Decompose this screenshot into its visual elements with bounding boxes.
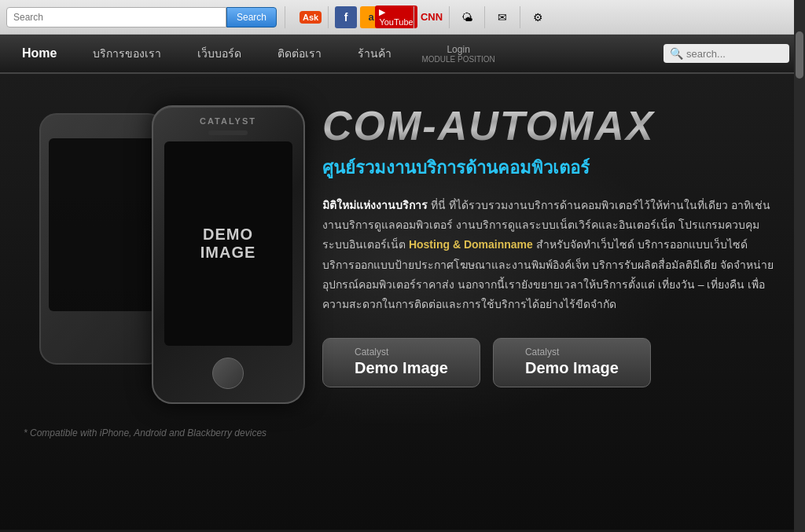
- nav-search-input[interactable]: [686, 48, 788, 60]
- nav-search: 🔍: [663, 44, 789, 63]
- settings-icon[interactable]: ⚙: [527, 6, 549, 28]
- toolbar-divider-6: [520, 6, 520, 28]
- hero-subtitle: ศูนย์รวมงานบริการด้านคอมพิวเตอร์: [322, 154, 781, 182]
- phone-back: [39, 113, 165, 365]
- nav-bar: Home บริการของเรา เว็บบอร์ด ติดต่อเรา ร้…: [0, 35, 805, 74]
- login-label: Login: [421, 44, 494, 55]
- browser-search-input[interactable]: [6, 7, 226, 28]
- brand-title: COM-AUTOMAX: [322, 105, 781, 146]
- phone-top-label: CATALYST: [153, 107, 303, 130]
- nav-items: Home บริการของเรา เว็บบอร์ด ติดต่อเรา ร้…: [16, 40, 663, 67]
- toolbar-divider-5: [484, 6, 485, 28]
- cnn-icon[interactable]: CNN: [421, 6, 443, 28]
- demo-button-2[interactable]: Catalyst Demo Image: [493, 338, 651, 387]
- hosting-label: Hosting & Domainname: [409, 238, 533, 251]
- phone-bottom: [153, 346, 303, 389]
- phone-home-button: [212, 358, 244, 389]
- toolbar-divider-4: [449, 6, 450, 28]
- nav-item-services[interactable]: บริการของเรา: [86, 40, 167, 67]
- phone-demo-line1: DEMO: [203, 226, 253, 244]
- hero-body: มิติใหม่แห่งงานบริการ ที่นี่ ที่ได้รวบรว…: [322, 196, 781, 314]
- browser-toolbar: Search Ask f a ▶ YouTube CNN 🌤: [0, 0, 805, 35]
- browser-search-button[interactable]: Search: [226, 7, 277, 28]
- main-content: CATALYST DEMO IMAGE COM-AUTOMAX ศูนย์รวม…: [0, 74, 805, 530]
- scrollbar-thumb[interactable]: [796, 31, 803, 79]
- nav-item-shop[interactable]: ร้านค้า: [351, 40, 398, 67]
- content-wrapper: CATALYST DEMO IMAGE COM-AUTOMAX ศูนย์รวม…: [0, 74, 805, 420]
- toolbar-icons: Ask f a ▶ YouTube CNN 🌤 ✉: [300, 6, 549, 28]
- toolbar-divider-2: [328, 6, 329, 28]
- nav-search-icon: 🔍: [670, 47, 683, 60]
- device-section: CATALYST DEMO IMAGE: [24, 97, 307, 404]
- demo-buttons: Catalyst Demo Image Catalyst Demo Image: [322, 338, 781, 387]
- nav-item-board[interactable]: เว็บบอร์ด: [191, 40, 248, 67]
- phone-screen: DEMO IMAGE: [164, 141, 292, 346]
- demo-btn-2-catalyst: Catalyst: [525, 347, 619, 358]
- text-section: COM-AUTOMAX ศูนย์รวมงานบริการด้านคอมพิวเ…: [322, 97, 781, 404]
- browser-search-bar: Search: [6, 7, 277, 28]
- nav-login[interactable]: Login MODULE POSITION: [421, 44, 494, 64]
- module-position-label: MODULE POSITION: [421, 55, 494, 64]
- nav-item-contact[interactable]: ติดต่อเรา: [271, 40, 328, 67]
- toolbar-divider-3: [414, 6, 414, 28]
- footer-note: * Compatible with iPhone, Android and Bl…: [0, 420, 805, 446]
- demo-button-1[interactable]: Catalyst Demo Image: [322, 338, 480, 387]
- nav-search-box: 🔍: [663, 44, 789, 63]
- demo-btn-2-title: Demo Image: [525, 359, 619, 377]
- phone-back-screen: [49, 138, 156, 311]
- phone-speaker: [208, 130, 248, 135]
- mail-icon[interactable]: ✉: [491, 6, 513, 28]
- toolbar-divider-1: [285, 6, 285, 28]
- ask-icon[interactable]: Ask: [300, 6, 322, 28]
- weather-icon[interactable]: 🌤: [456, 6, 478, 28]
- phone-front: CATALYST DEMO IMAGE: [152, 105, 305, 404]
- demo-btn-1-catalyst: Catalyst: [355, 347, 448, 358]
- demo-btn-1-title: Demo Image: [355, 359, 448, 377]
- facebook-icon[interactable]: f: [335, 6, 357, 28]
- youtube-icon[interactable]: ▶ YouTube: [385, 6, 407, 28]
- phone-demo-line2: IMAGE: [200, 244, 256, 262]
- nav-item-home[interactable]: Home: [16, 42, 63, 65]
- body-highlight: มิติใหม่แห่งงานบริการ: [322, 199, 428, 211]
